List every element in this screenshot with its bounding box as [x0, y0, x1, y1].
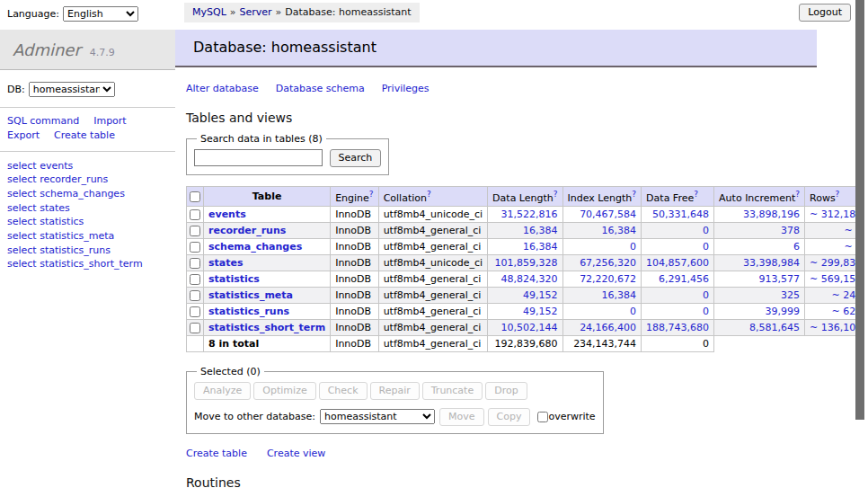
- create-table-link[interactable]: Create table: [186, 448, 247, 459]
- table-link-states[interactable]: states: [208, 257, 244, 269]
- data-free-link[interactable]: 0: [703, 241, 709, 253]
- data-free-link[interactable]: 0: [703, 289, 709, 301]
- data-length-link[interactable]: 48,824,320: [501, 273, 558, 285]
- app-version-link[interactable]: 4.7.9: [90, 47, 115, 58]
- row-checkbox-schema_changes[interactable]: [190, 242, 200, 253]
- auto-increment-link[interactable]: 8,581,645: [749, 322, 800, 333]
- data-length-link[interactable]: 49,152: [523, 306, 558, 317]
- data-length-link[interactable]: 16,384: [523, 241, 558, 253]
- data-length-link[interactable]: 49,152: [523, 289, 558, 301]
- table-link-events[interactable]: events: [208, 209, 246, 220]
- auto-increment-link[interactable]: 33,898,196: [743, 209, 800, 220]
- rows-link[interactable]: ~ 569,159: [810, 273, 862, 285]
- table-link-statistics_short_term[interactable]: statistics_short_term: [208, 322, 325, 333]
- sidebar-item-statistics_short_term[interactable]: select statistics_short_term: [7, 257, 168, 271]
- data-length-link[interactable]: 31,522,816: [501, 209, 558, 220]
- index-length-link[interactable]: 70,467,584: [580, 209, 636, 220]
- table-link-statistics[interactable]: statistics: [208, 273, 260, 285]
- search-input[interactable]: [194, 149, 323, 166]
- help-icon[interactable]: ?: [427, 190, 431, 199]
- total-empty-cell: [714, 335, 805, 351]
- data-free-link[interactable]: 0: [703, 306, 709, 317]
- sidebar-item-statistics[interactable]: select statistics: [7, 215, 168, 229]
- privileges-link[interactable]: Privileges: [382, 83, 430, 94]
- create-table-link-sidebar[interactable]: Create table: [54, 129, 115, 141]
- help-icon[interactable]: ?: [554, 190, 558, 199]
- rows-link[interactable]: ~ 136,108: [810, 322, 862, 333]
- help-icon[interactable]: ?: [369, 190, 374, 199]
- create-view-link[interactable]: Create view: [267, 448, 325, 459]
- index-length-link[interactable]: 67,256,320: [580, 257, 636, 269]
- move-button[interactable]: Move: [439, 408, 484, 426]
- table-link-statistics_runs[interactable]: statistics_runs: [208, 306, 289, 317]
- sidebar-item-schema_changes[interactable]: select schema_changes: [7, 187, 168, 201]
- auto-increment-link[interactable]: 39,999: [766, 306, 801, 317]
- table-link-recorder_runs[interactable]: recorder_runs: [208, 225, 286, 236]
- check-button[interactable]: Check: [319, 382, 368, 400]
- drop-button[interactable]: Drop: [485, 382, 527, 400]
- index-length-link[interactable]: 0: [630, 241, 636, 253]
- truncate-button[interactable]: Truncate: [422, 382, 483, 400]
- move-database-select[interactable]: homeassistant: [320, 409, 435, 424]
- row-checkbox-statistics_meta[interactable]: [190, 290, 200, 301]
- row-checkbox-recorder_runs[interactable]: [190, 226, 200, 236]
- scrollbar-thumb[interactable]: [855, 0, 864, 420]
- table-link-schema_changes[interactable]: schema_changes: [208, 241, 302, 253]
- data-length-link[interactable]: 16,384: [523, 225, 558, 236]
- copy-button[interactable]: Copy: [488, 408, 531, 426]
- search-button[interactable]: Search: [330, 149, 382, 167]
- table-name-cell: states: [204, 254, 331, 271]
- data-free-link[interactable]: 104,857,600: [646, 257, 709, 269]
- auto-increment-link[interactable]: 325: [781, 289, 800, 301]
- sidebar-item-recorder_runs[interactable]: select recorder_runs: [7, 173, 168, 187]
- auto-increment-cell: 913,577: [714, 271, 805, 287]
- help-icon[interactable]: ?: [694, 190, 698, 199]
- index-length-link[interactable]: 16,384: [602, 289, 637, 301]
- rows-link[interactable]: ~ 312,180: [810, 209, 862, 220]
- data-length-link[interactable]: 101,859,328: [495, 257, 558, 269]
- analyze-button[interactable]: Analyze: [194, 382, 251, 400]
- row-checkbox-events[interactable]: [190, 209, 200, 220]
- auto-increment-link[interactable]: 6: [793, 241, 800, 253]
- data-length-link[interactable]: 10,502,144: [501, 322, 558, 333]
- sidebar-item-states[interactable]: select states: [7, 201, 168, 216]
- repair-button[interactable]: Repair: [370, 382, 420, 400]
- table-link-statistics_meta[interactable]: statistics_meta: [208, 289, 293, 301]
- logout-button[interactable]: Logout: [799, 4, 851, 22]
- data-free-link[interactable]: 0: [703, 225, 709, 236]
- index-length-link[interactable]: 72,220,672: [580, 273, 636, 285]
- row-checkbox-statistics_short_term[interactable]: [190, 323, 200, 333]
- database-schema-link[interactable]: Database schema: [276, 83, 365, 94]
- sidebar-item-statistics_runs[interactable]: select statistics_runs: [7, 244, 168, 258]
- breadcrumb-item[interactable]: MySQL: [192, 6, 226, 18]
- export-link[interactable]: Export: [7, 129, 40, 141]
- index-length-link[interactable]: 0: [630, 306, 636, 317]
- optimize-button[interactable]: Optimize: [253, 382, 315, 400]
- help-icon[interactable]: ?: [836, 190, 840, 199]
- auto-increment-link[interactable]: 378: [781, 225, 800, 236]
- row-checkbox-statistics_runs[interactable]: [190, 306, 200, 317]
- sidebar-item-events[interactable]: select events: [7, 159, 168, 173]
- index-length-link[interactable]: 24,166,400: [580, 322, 636, 333]
- help-icon[interactable]: ?: [632, 190, 636, 199]
- data-free-link[interactable]: 6,291,456: [659, 273, 709, 285]
- help-icon[interactable]: ?: [795, 190, 800, 199]
- auto-increment-link[interactable]: 33,398,984: [743, 257, 800, 269]
- row-checkbox-states[interactable]: [190, 258, 200, 269]
- language-select[interactable]: English: [63, 6, 138, 22]
- select-all-checkbox[interactable]: [190, 191, 200, 202]
- sql-command-link[interactable]: SQL command: [7, 115, 79, 127]
- alter-database-link[interactable]: Alter database: [186, 83, 259, 94]
- breadcrumb-item[interactable]: Server: [240, 6, 272, 18]
- data-free-link[interactable]: 188,743,680: [646, 322, 709, 333]
- rows-link[interactable]: ~ 299,833: [810, 257, 862, 269]
- data-free-link[interactable]: 50,331,648: [652, 209, 709, 220]
- row-checkbox-statistics[interactable]: [190, 274, 200, 285]
- import-link[interactable]: Import: [93, 115, 127, 127]
- sidebar-item-statistics_meta[interactable]: select statistics_meta: [7, 229, 168, 244]
- table-row: statesInnoDButf8mb4_unicode_ci101,859,32…: [187, 254, 868, 271]
- index-length-link[interactable]: 16,384: [602, 225, 637, 236]
- auto-increment-link[interactable]: 913,577: [759, 273, 801, 285]
- overwrite-checkbox[interactable]: [537, 412, 548, 422]
- db-select[interactable]: homeassistant: [29, 82, 115, 97]
